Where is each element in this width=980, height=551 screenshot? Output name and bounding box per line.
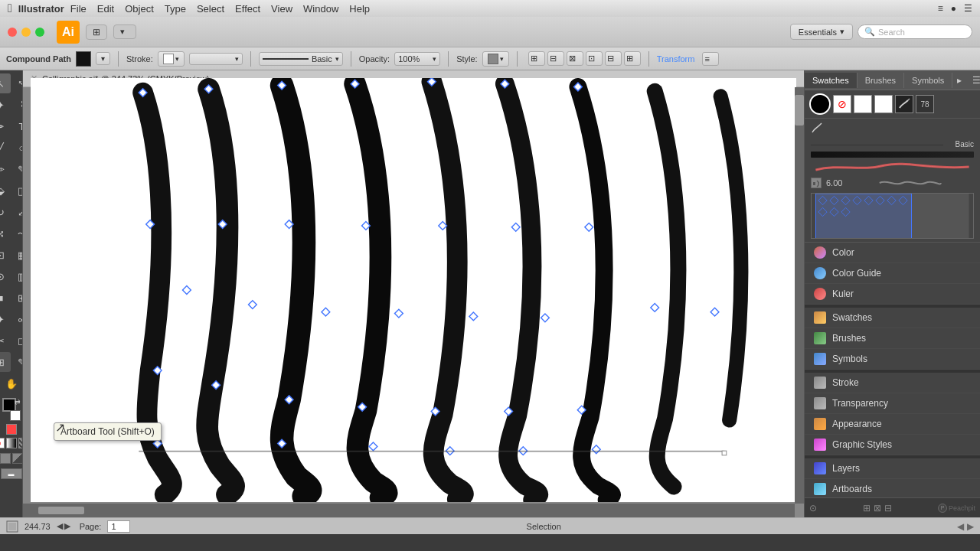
vertical-scrollbar[interactable] bbox=[795, 87, 804, 504]
align-btn1[interactable]: ⊞ bbox=[528, 51, 545, 66]
symbol-spray-tool[interactable]: ⊙ bbox=[0, 266, 11, 286]
scrollbar-thumb[interactable] bbox=[795, 95, 804, 126]
brush-calligraphic-row[interactable] bbox=[811, 162, 974, 173]
h-scrollbar-thumb[interactable] bbox=[38, 507, 84, 514]
panel-item-transparency[interactable]: Transparency bbox=[805, 393, 980, 414]
panel-item-symbols[interactable]: Symbols bbox=[805, 349, 980, 370]
rect-tool[interactable]: ○ bbox=[12, 138, 24, 158]
menu-view[interactable]: View bbox=[271, 3, 292, 15]
menu-object[interactable]: Object bbox=[125, 3, 154, 15]
screen-mode-btn[interactable]: ▬ bbox=[1, 468, 22, 479]
brush-basic-row[interactable]: Basic bbox=[811, 140, 974, 148]
menu-edit[interactable]: Edit bbox=[97, 3, 114, 15]
paintbrush-icon[interactable] bbox=[809, 120, 825, 135]
gradient-fill-btn[interactable] bbox=[6, 438, 17, 448]
search-box[interactable]: 🔍 Search bbox=[858, 24, 972, 39]
swatch-number[interactable]: 78 bbox=[916, 95, 934, 113]
tab-brushes[interactable]: Brushes bbox=[858, 73, 904, 88]
menu-window[interactable]: Window bbox=[303, 3, 338, 15]
eraser-tool[interactable]: ◫ bbox=[12, 181, 24, 201]
swatch-none[interactable]: ⊘ bbox=[833, 95, 851, 113]
menu-file[interactable]: File bbox=[70, 3, 87, 15]
direct-select-tool[interactable]: ⤡ bbox=[12, 73, 24, 93]
swatch-grid-preview[interactable] bbox=[811, 193, 974, 239]
apple-logo[interactable]:  bbox=[8, 2, 12, 15]
panel-bottom-icon4[interactable]: ⊟ bbox=[884, 503, 892, 514]
list-icon[interactable]: ☰ bbox=[964, 3, 972, 14]
fill-options[interactable]: ▾ bbox=[96, 52, 110, 65]
type-tool[interactable]: T bbox=[12, 116, 24, 136]
menu-help[interactable]: Help bbox=[349, 3, 370, 15]
close-button[interactable] bbox=[8, 28, 17, 37]
panel-item-artboards[interactable]: Artboards bbox=[805, 479, 980, 497]
tab-symbols[interactable]: Symbols bbox=[904, 73, 952, 88]
fill-color-box[interactable] bbox=[76, 51, 91, 67]
brush-medium-stroke[interactable] bbox=[811, 152, 974, 158]
graph-tool[interactable]: ▦ bbox=[12, 245, 24, 265]
workspace-button2[interactable]: ▾ bbox=[113, 24, 136, 39]
align-btn4[interactable]: ⊡ bbox=[586, 51, 603, 66]
fill-swatch[interactable] bbox=[76, 51, 91, 67]
artboard-tool[interactable]: ⊞ bbox=[0, 352, 11, 372]
menu-type[interactable]: Type bbox=[165, 3, 186, 15]
selection-tool[interactable]: ↖ bbox=[0, 73, 11, 93]
status-left-arrow[interactable]: ◀ bbox=[957, 521, 964, 532]
menu-select[interactable]: Select bbox=[197, 3, 224, 15]
panel-item-appearance[interactable]: Appearance bbox=[805, 414, 980, 435]
tab-swatches[interactable]: Swatches bbox=[805, 73, 858, 88]
swatch-dash[interactable]: — bbox=[854, 95, 872, 113]
align-btn5[interactable]: ⊟ bbox=[605, 51, 622, 66]
view-mode-btn[interactable] bbox=[0, 453, 11, 464]
panel-item-brushes[interactable]: Brushes bbox=[805, 328, 980, 349]
opacity-dropdown[interactable]: 100% ▾ bbox=[394, 52, 440, 66]
swatch-brush-icon[interactable] bbox=[895, 95, 913, 113]
align-btn3[interactable]: ⊠ bbox=[567, 51, 583, 66]
scissors-tool[interactable]: ✂ bbox=[0, 331, 11, 350]
lasso-tool[interactable]: ⌇ bbox=[12, 95, 24, 115]
column-graph-tool[interactable]: ▥ bbox=[12, 266, 24, 286]
zoom-next-btn[interactable]: ▶ bbox=[64, 521, 70, 531]
workspace-button[interactable]: ⊞ bbox=[86, 24, 107, 40]
panel-bottom-icon2[interactable]: ⊞ bbox=[863, 503, 871, 514]
gradient-tool[interactable]: ■ bbox=[0, 288, 11, 308]
panel-item-graphic-styles[interactable]: Graphic Styles bbox=[805, 435, 980, 455]
hand-tool[interactable]: ✋ bbox=[2, 373, 21, 393]
transform-label[interactable]: Transform bbox=[657, 54, 695, 64]
panel-item-stroke[interactable]: Stroke bbox=[805, 373, 980, 393]
transform-options-btn[interactable]: ≡ bbox=[702, 52, 719, 66]
panel-item-layers[interactable]: Layers bbox=[805, 458, 980, 479]
blend-tool[interactable]: ∞ bbox=[12, 309, 24, 329]
panel-bottom-icon3[interactable]: ⊠ bbox=[874, 503, 881, 514]
slice-tool[interactable]: ✎ bbox=[12, 352, 24, 372]
panel-item-swatches[interactable]: Swatches bbox=[805, 308, 980, 328]
status-right-arrow[interactable]: ▶ bbox=[967, 521, 974, 532]
panel-item-color-guide[interactable]: Color Guide bbox=[805, 263, 980, 284]
brush-tool[interactable]: ✏ bbox=[0, 159, 11, 179]
panel-bottom-icon1[interactable]: ⊙ bbox=[809, 503, 817, 514]
panel-item-color[interactable]: Color bbox=[805, 243, 980, 263]
stroke-color[interactable] bbox=[10, 410, 21, 421]
zoom-prev-btn[interactable]: ◀ bbox=[57, 521, 63, 531]
width-tool[interactable]: ⤮ bbox=[0, 223, 11, 243]
minimize-button[interactable] bbox=[21, 28, 31, 37]
scale-tool[interactable]: ⤢ bbox=[12, 202, 24, 222]
swatch-black-circle[interactable] bbox=[809, 93, 831, 115]
panel-menu-icon[interactable]: ☰ bbox=[968, 75, 980, 86]
magic-wand-tool[interactable]: ✦ bbox=[0, 95, 11, 115]
pen-tool[interactable]: ✒ bbox=[0, 116, 11, 136]
swap-colors-icon[interactable]: ⇄ bbox=[15, 398, 21, 406]
blob-brush-tool[interactable]: ⬙ bbox=[0, 181, 11, 201]
align-btn6[interactable]: ⊞ bbox=[624, 51, 641, 66]
eraser2-tool[interactable]: ◻ bbox=[12, 331, 24, 350]
free-transform-tool[interactable]: ⊡ bbox=[0, 245, 11, 265]
panel-more-icon[interactable]: ▸ bbox=[952, 72, 966, 89]
warp-tool[interactable]: ⤳ bbox=[12, 223, 24, 243]
pencil-tool[interactable]: ✎ bbox=[12, 159, 24, 179]
search-mac-icon[interactable]: ● bbox=[951, 3, 956, 14]
stroke-color-btn[interactable]: ▾ bbox=[158, 51, 185, 67]
mesh-tool[interactable]: ⊞ bbox=[12, 288, 24, 308]
rotate-tool[interactable]: ↻ bbox=[0, 202, 11, 222]
horizontal-scrollbar[interactable] bbox=[23, 504, 795, 517]
menu-effect[interactable]: Effect bbox=[235, 3, 260, 15]
essentials-button[interactable]: Essentials ▾ bbox=[790, 24, 853, 40]
